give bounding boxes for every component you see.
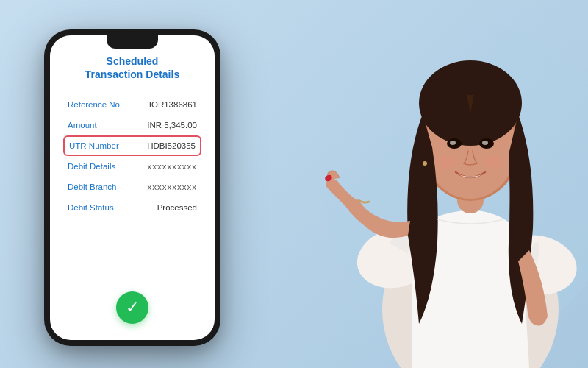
label-debit-details: Debit Details: [68, 162, 115, 171]
person-illustration: [250, 0, 588, 368]
value-reference-no: IOR1386861: [149, 100, 197, 109]
value-amount: INR 5,345.00: [147, 121, 197, 130]
row-debit-status: Debit Status Processed: [63, 197, 201, 218]
value-debit-status: Processed: [157, 203, 197, 212]
label-reference-no: Reference No.: [68, 100, 122, 109]
row-utr-number: UTR Number HDBI520355: [63, 135, 201, 156]
value-debit-branch: xxxxxxxxxx: [148, 183, 198, 191]
phone-screen: Scheduled Transaction Details Reference …: [50, 35, 215, 340]
svg-point-13: [484, 155, 504, 169]
value-utr-number: HDBI520355: [147, 141, 196, 150]
label-debit-status: Debit Status: [68, 203, 114, 212]
label-amount: Amount: [68, 121, 97, 130]
value-debit-details: xxxxxxxxxx: [148, 162, 198, 171]
phone-frame: Scheduled Transaction Details Reference …: [44, 29, 220, 346]
svg-point-11: [482, 141, 488, 145]
checkmark-icon: ✓: [126, 300, 139, 316]
phone-notch: [107, 35, 158, 49]
row-amount: Amount INR 5,345.00: [63, 115, 201, 135]
label-debit-branch: Debit Branch: [68, 183, 116, 191]
svg-point-10: [450, 141, 456, 145]
transaction-rows: Reference No. IOR1386861 Amount INR 5,34…: [63, 94, 201, 281]
check-circle-wrapper: ✓: [63, 291, 201, 324]
row-debit-details: Debit Details xxxxxxxxxx: [63, 156, 201, 177]
svg-point-12: [437, 155, 457, 169]
person-svg: [250, 0, 588, 368]
phone-content: Scheduled Transaction Details Reference …: [50, 54, 215, 340]
svg-point-15: [423, 161, 427, 166]
row-debit-branch: Debit Branch xxxxxxxxxx: [63, 177, 201, 197]
row-reference-no: Reference No. IOR1386861: [63, 94, 201, 115]
phone-mockup: Scheduled Transaction Details Reference …: [44, 29, 220, 346]
label-utr-number: UTR Number: [69, 141, 119, 150]
check-circle-button[interactable]: ✓: [116, 291, 148, 324]
screen-title: Scheduled Transaction Details: [63, 54, 201, 81]
